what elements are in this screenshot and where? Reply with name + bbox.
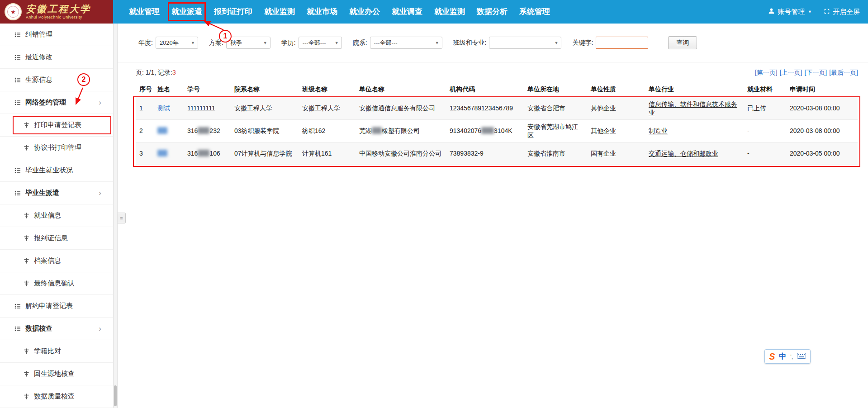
search-button[interactable]: 查询 <box>668 36 697 49</box>
user-icon <box>768 8 775 16</box>
cell-r2-c4: 纺织162 <box>299 120 356 142</box>
filter-select-4[interactable]: ▼ <box>489 37 561 49</box>
menu-list-icon <box>14 303 21 309</box>
col-header-2: 学号 <box>184 82 231 97</box>
sidebar-item-14[interactable]: 学籍比对 <box>0 340 113 363</box>
sidebar-item-13[interactable]: 数据核查› <box>0 318 113 340</box>
ime-punctuation-icon[interactable]: ', <box>790 354 793 360</box>
page-link-3[interactable]: [最后一页] <box>829 69 858 77</box>
page-link-1[interactable]: [上一页] <box>780 69 802 77</box>
ime-language-toggle[interactable]: 中 <box>779 353 786 360</box>
cell-r1-c2: 111111111 <box>184 97 231 120</box>
sidebar-item-7[interactable]: 毕业生派遣› <box>0 182 113 204</box>
nav-item-7[interactable]: 就业调查 <box>386 0 428 24</box>
chevron-down-icon: ▼ <box>263 41 267 45</box>
menu-list-icon <box>14 32 21 38</box>
sidebar-item-12[interactable]: 解约申请登记表 <box>0 295 113 318</box>
sidebar-collapse-handle[interactable]: ≡ <box>118 213 126 223</box>
keyboard-icon[interactable] <box>797 352 806 361</box>
cell-r2-c2: 316232 <box>184 120 231 142</box>
cell-r1-c1[interactable]: 测试 <box>154 97 184 120</box>
nav-item-3[interactable]: 报到证打印 <box>208 0 258 24</box>
keyword-input[interactable] <box>596 37 648 49</box>
sidebar-item-10[interactable]: 档案信息 <box>0 250 113 272</box>
main-content: 年度:2020年▼方案:秋季▼学历:---全部---▼院系:---全部---▼班… <box>118 24 868 408</box>
table-body: 1测试111111111安徽工程大学安徽工程大学安徽信通信息服务有限公司1234… <box>136 97 858 165</box>
sidebar-item-0[interactable]: 纠错管理 <box>0 24 113 46</box>
table-row-3[interactable]: 331610607计算机与信息学院计算机161中国移动安徽公司淮南分公司7389… <box>136 142 858 165</box>
nav-item-1[interactable]: 就业管理 <box>123 0 166 24</box>
menu-list-icon <box>14 77 21 83</box>
sidebar-item-9[interactable]: 报到证信息 <box>0 227 113 250</box>
filter-select-2[interactable]: ---全部---▼ <box>299 37 342 49</box>
ime-toolbar[interactable]: S 中 ', <box>764 349 811 364</box>
col-header-7: 单位所在地 <box>524 82 587 97</box>
sidebar-item-11[interactable]: 最终信息确认 <box>0 272 113 295</box>
sidebar-item-3[interactable]: 网络签约管理› <box>0 91 113 114</box>
filter-label-0: 年度: <box>138 39 153 47</box>
top-nav: 就业管理就业派遣报到证打印就业监测就业市场就业办公就业调查就业监测数据分析系统管… <box>113 0 556 24</box>
sidebar-item-8[interactable]: 就业信息 <box>0 204 113 227</box>
results-table: 序号姓名学号院系名称班级名称单位名称机构代码单位所在地单位性质单位行业就业材料申… <box>136 82 858 165</box>
university-seal-icon <box>5 3 22 20</box>
nav-item-9[interactable]: 数据分析 <box>471 0 513 24</box>
nav-item-8[interactable]: 就业监测 <box>428 0 471 24</box>
page-link-0[interactable]: [第一页] <box>755 69 778 77</box>
cell-r3-c11: 2020-03-05 00:00 <box>786 142 858 165</box>
chevron-down-icon: ▼ <box>191 41 195 45</box>
sidebar-item-15[interactable]: 回生源地核查 <box>0 363 113 385</box>
menu-sub-icon <box>24 371 29 377</box>
cell-r2-c3: 03纺织服装学院 <box>231 120 299 142</box>
chevron-right-icon: › <box>99 189 101 198</box>
filter-select-0[interactable]: 2020年▼ <box>156 37 198 49</box>
cell-r1-c7: 安徽省合肥市 <box>524 97 587 120</box>
sidebar-item-1[interactable]: 最近修改 <box>0 46 113 69</box>
sidebar-item-2[interactable]: 生源信息 <box>0 69 113 91</box>
filter-select-3[interactable]: ---全部---▼ <box>370 37 442 49</box>
table-header-row: 序号姓名学号院系名称班级名称单位名称机构代码单位所在地单位性质单位行业就业材料申… <box>136 82 858 97</box>
cell-r3-c1[interactable] <box>154 142 184 165</box>
sidebar-item-5[interactable]: 协议书打印管理 <box>0 137 113 159</box>
page-link-2[interactable]: [下一页] <box>804 69 827 77</box>
sidebar-scrollbar[interactable] <box>113 24 118 408</box>
cell-r1-c11: 2020-03-08 00:00 <box>786 97 858 120</box>
nav-item-4[interactable]: 就业监测 <box>258 0 301 24</box>
cell-r2-c6: 9134020763104K <box>446 120 524 142</box>
sidebar-item-16[interactable]: 数据质量核查 <box>0 385 113 408</box>
filter-select-1[interactable]: 秋季▼ <box>226 37 270 49</box>
filter-fields: 年度:2020年▼方案:秋季▼学历:---全部---▼院系:---全部---▼班… <box>138 37 659 49</box>
menu-list-icon <box>14 167 21 174</box>
cell-r2-c9: 制造业 <box>645 120 744 142</box>
cell-r1-c3: 安徽工程大学 <box>231 97 299 120</box>
cell-r3-c0: 3 <box>136 142 154 165</box>
sidebar-item-4[interactable]: 打印申请登记表 <box>0 114 113 137</box>
sidebar-item-6[interactable]: 毕业生就业状况 <box>0 159 113 182</box>
nav-item-6[interactable]: 就业办公 <box>343 0 386 24</box>
cell-r3-c9: 交通运输、仓储和邮政业 <box>645 142 744 165</box>
topbar-right: 账号管理 ▼ 开启全屏 <box>768 0 868 24</box>
nav-item-2[interactable]: 就业派遣 <box>166 0 208 24</box>
sidebar-item-label: 生源信息 <box>25 76 52 84</box>
cell-r2-c8: 其他企业 <box>587 120 645 142</box>
col-header-6: 机构代码 <box>446 82 524 97</box>
cell-r2-c1[interactable] <box>154 120 184 142</box>
sidebar-item-label: 回生源地核查 <box>34 370 75 378</box>
col-header-10: 就业材料 <box>744 82 786 97</box>
redacted-text <box>157 127 167 134</box>
table-row-2[interactable]: 231623203纺织服装学院纺织162芜湖橡塑有限公司913402076310… <box>136 120 858 142</box>
nav-item-5[interactable]: 就业市场 <box>301 0 343 24</box>
sidebar-item-label: 打印申请登记表 <box>34 121 81 129</box>
cell-r3-c10: - <box>744 142 786 165</box>
sidebar-item-label: 数据核查 <box>25 324 52 333</box>
select-value: 秋季 <box>230 39 242 47</box>
nav-item-10[interactable]: 系统管理 <box>513 0 556 24</box>
fullscreen-button[interactable]: 开启全屏 <box>824 8 860 16</box>
chevron-down-icon: ▼ <box>808 9 812 14</box>
sidebar-item-label: 报到证信息 <box>34 234 68 242</box>
sogou-logo-icon: S <box>769 352 775 361</box>
table-row-1[interactable]: 1测试111111111安徽工程大学安徽工程大学安徽信通信息服务有限公司1234… <box>136 97 858 120</box>
account-menu[interactable]: 账号管理 ▼ <box>768 8 812 16</box>
redacted-text <box>198 150 209 157</box>
sidebar-menu: 纠错管理最近修改生源信息网络签约管理›打印申请登记表协议书打印管理毕业生就业状况… <box>0 24 113 408</box>
scrollbar-thumb[interactable] <box>114 385 117 406</box>
